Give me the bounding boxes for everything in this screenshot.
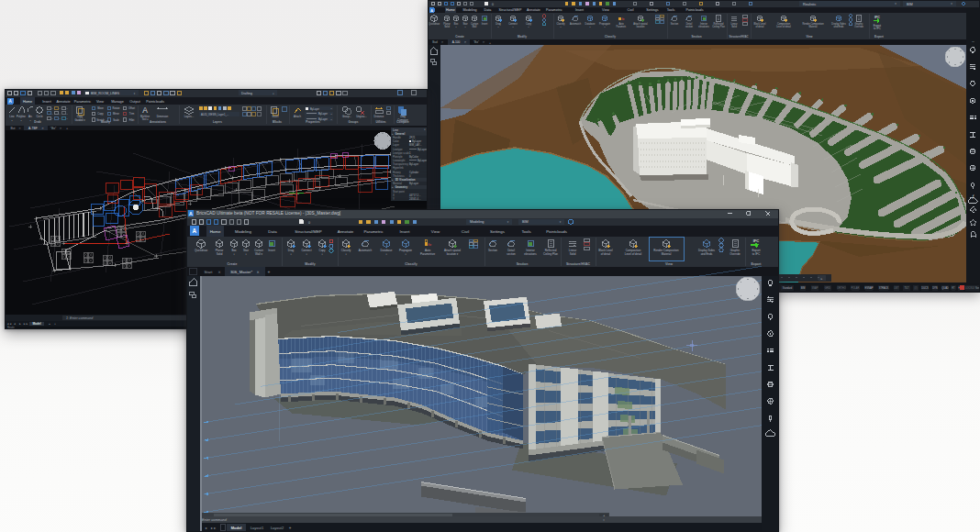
- svg-text:Solid: Solid: [444, 25, 450, 28]
- svg-text:location: location: [637, 25, 645, 28]
- svg-text:Properties: Properties: [306, 120, 320, 124]
- svg-text:elevations: elevations: [524, 252, 537, 256]
- svg-text:Quickdraw: Quickdraw: [429, 22, 440, 26]
- svg-text:▾: ▾: [59, 107, 60, 109]
- svg-text:◄◄: ◄◄: [6, 322, 12, 326]
- svg-text:Tools: Tools: [521, 229, 531, 234]
- svg-text:A: A: [192, 227, 196, 234]
- svg-text:ByLayer: ByLayer: [409, 182, 418, 185]
- svg-text:Connect: Connect: [301, 249, 311, 252]
- svg-text:Guided ▾: Guided ▾: [74, 118, 85, 122]
- svg-text:Wall ▾: Wall ▾: [255, 252, 263, 256]
- svg-text:Box: Box: [231, 249, 237, 252]
- svg-text:▾: ▾: [51, 117, 52, 119]
- svg-text:Text ▾: Text ▾: [141, 117, 149, 121]
- svg-text:►►: ►►: [23, 322, 28, 326]
- svg-text:Layers...: Layers...: [184, 115, 195, 118]
- svg-text:ByLayer: ByLayer: [310, 107, 319, 111]
- svg-text:Section: Section: [691, 35, 701, 39]
- svg-text:Drag: Drag: [288, 249, 295, 252]
- svg-text:section: section: [507, 252, 516, 256]
- svg-text:Drafting: Drafting: [241, 92, 252, 95]
- svg-text:Connect: Connect: [508, 22, 518, 26]
- svg-text:Scale: Scale: [113, 118, 119, 122]
- svg-text:Insert: Insert: [482, 22, 488, 26]
- svg-text:Home: Home: [23, 100, 32, 104]
- svg-text:to IFC: to IFC: [752, 252, 761, 256]
- svg-text:Model: Model: [231, 526, 242, 530]
- svg-text:►: ►: [19, 322, 22, 326]
- svg-text:Pointclouds: Pointclouds: [546, 229, 568, 234]
- svg-text:Annotate: Annotate: [56, 100, 70, 104]
- svg-text:Manage: Manage: [111, 100, 124, 104]
- svg-text:Solid: Solid: [570, 252, 576, 256]
- svg-text:Layout1: Layout1: [251, 526, 264, 530]
- svg-text:BricsCAD Ultimate beta (NOT FO: BricsCAD Ultimate beta (NOT FOR RESALE L…: [196, 211, 340, 216]
- svg-text:Modify: Modify: [518, 35, 527, 39]
- svg-text:Quickdraw: Quickdraw: [195, 249, 208, 252]
- svg-text:Propagate: Propagate: [599, 22, 610, 26]
- svg-text:Modeling: Modeling: [235, 229, 251, 234]
- svg-text:Start: Start: [205, 270, 214, 274]
- svg-text:Home: Home: [446, 8, 455, 12]
- svg-text:ByLayer: ByLayer: [409, 162, 418, 166]
- svg-text:LWT: LWT: [894, 286, 899, 290]
- svg-text:Copy: Copy: [97, 112, 104, 116]
- svg-text:Structure/HVAC: Structure/HVAC: [729, 35, 749, 39]
- svg-text:Solid: Solid: [731, 25, 737, 28]
- svg-text:BIM: BIM: [907, 3, 913, 6]
- svg-text:✕: ✕: [256, 271, 259, 274]
- svg-text:Material: Material: [808, 25, 817, 28]
- svg-text:ORTHO: ORTHO: [837, 286, 845, 290]
- svg-text:▾: ▾: [59, 117, 60, 119]
- svg-text:ESNAP: ESNAP: [865, 286, 874, 290]
- svg-text:elevations: elevations: [698, 25, 709, 28]
- svg-text:Override: Override: [729, 252, 741, 256]
- svg-text:View: View: [665, 262, 673, 266]
- svg-text:View: View: [807, 35, 814, 39]
- svg-text:Level of detail: Level of detail: [625, 252, 642, 256]
- svg-text:Automatch: Automatch: [359, 249, 373, 252]
- svg-text:Material: Material: [662, 252, 672, 256]
- svg-text:Insert: Insert: [575, 8, 584, 12]
- svg-text:Structural/MEP: Structural/MEP: [499, 8, 522, 12]
- svg-text:QUAD: QUAD: [941, 286, 949, 290]
- svg-text:Data: Data: [484, 8, 493, 12]
- svg-text:ByLayer: ByLayer: [318, 112, 328, 116]
- svg-text:BIM: BIM: [801, 286, 806, 290]
- svg-text:Annotate: Annotate: [527, 8, 540, 12]
- svg-text:Section: Section: [488, 249, 497, 252]
- svg-text:Wall: Wall: [473, 25, 477, 28]
- svg-text:Move: Move: [97, 106, 104, 110]
- svg-text:Database: Database: [381, 249, 393, 252]
- svg-text:►: ►: [820, 277, 823, 281]
- svg-text:IFC: IFC: [874, 16, 880, 19]
- svg-text:▾: ▾: [59, 113, 60, 115]
- svg-text:Modify: Modify: [305, 262, 315, 266]
- svg-text:Trim: Trim: [129, 112, 135, 116]
- svg-text:▾: ▾: [66, 113, 67, 115]
- svg-text:Draw: Draw: [34, 120, 41, 124]
- svg-text:Insert: Insert: [400, 229, 411, 234]
- svg-text:Group...: Group...: [342, 115, 351, 118]
- svg-text:Structure/HVAC: Structure/HVAC: [566, 262, 591, 266]
- svg-text:Home: Home: [210, 229, 221, 234]
- svg-text:Ceiling Plan: Ceiling Plan: [543, 252, 558, 256]
- svg-text:Override: Override: [854, 25, 863, 28]
- svg-text:Ceiling Plan: Ceiling Plan: [712, 25, 725, 28]
- svg-text:Classify: Classify: [605, 35, 616, 39]
- svg-text:0: 0: [492, 3, 494, 6]
- svg-text:ByLayer: ByLayer: [418, 159, 427, 162]
- svg-text:+: +: [268, 269, 271, 274]
- svg-text:Attach: Attach: [294, 115, 301, 118]
- svg-text:+: +: [54, 322, 56, 326]
- svg-text:Drag: Drag: [496, 22, 501, 26]
- svg-text:Output: Output: [129, 100, 140, 104]
- svg-text:location ▾: location ▾: [447, 252, 459, 256]
- svg-text:30S_Master*: 30S_Master*: [230, 270, 253, 274]
- svg-text:Fillet: Fillet: [129, 118, 135, 122]
- svg-text:SNAP: SNAP: [811, 286, 818, 290]
- svg-text:Propagate: Propagate: [399, 249, 412, 252]
- svg-text:24341.4...: 24341.4...: [409, 197, 421, 201]
- svg-text:Modeling: Modeling: [463, 8, 477, 12]
